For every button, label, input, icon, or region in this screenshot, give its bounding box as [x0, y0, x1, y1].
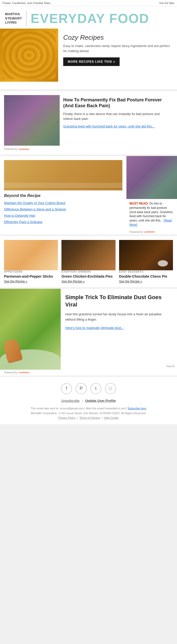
recipe-card-dessert-category: EASY DESSERTS [119, 270, 173, 273]
footer-email-info: This email was sent to: xxxxxx@gmail.com… [31, 407, 127, 410]
more-recipes-button[interactable]: MORE RECIPES LIKE THIS » [63, 57, 120, 66]
ad-posture-image [4, 95, 60, 146]
terms-of-service-link[interactable]: Terms of Service [79, 416, 100, 419]
recipe-card-dessert-image [119, 240, 173, 270]
header-divider [26, 11, 27, 26]
ad-dust-link[interactable]: Here's how to magically eliminate dust..… [65, 326, 172, 330]
beyond-ad-content: MUST READ: Do this to permanently fix ba… [126, 199, 177, 230]
recipe-card-dessert-title: Double-Chocolate Chess Pie [119, 274, 173, 279]
ad-posture-container: How To Permanently Fix Bad Posture Forev… [4, 95, 173, 146]
hero-description: Easy to make, casseroles rarely require … [63, 43, 172, 53]
beyond-powered: Powered by LiveIntent [126, 230, 177, 234]
brand-name: MARTHA STEWART LIVING [5, 12, 22, 25]
recipe-card-dessert: EASY DESSERTS Double-Chocolate Chess Pie… [119, 240, 173, 283]
beyond-liveintent-logo: LiveIntent [144, 231, 155, 233]
beyond-links-list: Maintain the Quality of Your Cutting Boa… [4, 201, 122, 224]
footer-links: Unsubscribe | Update User Profile [4, 399, 173, 403]
recipe-card-dinner-title: Green Chicken-Enchilada Pies [61, 274, 115, 279]
recipe-cards-section: APPETIZERS Parmesan-and-Pepper Sticks Se… [0, 236, 177, 287]
recipe-card-dinner-image [61, 240, 115, 270]
instagram-icon[interactable]: □ [105, 383, 116, 394]
hero-image [0, 29, 58, 82]
ad-dust-image [0, 289, 61, 370]
liveintent-logo: LiveIntent [18, 148, 29, 150]
hero-heading: Cozy Recipes [63, 34, 172, 41]
ad-dust-heading: Simple Trick To Eliminate Dust Goes Vira… [65, 294, 172, 308]
top-bar-left: Potato, Cauliflower, and Cheddar Bake [3, 2, 51, 5]
ad-posture-link[interactable]: Grandma lived with hunched back for year… [63, 124, 154, 128]
social-footer-section: f P t □ Unsubscribe | Update User Profil… [0, 377, 177, 424]
ad-posture-body: Finally, there is a new device that can … [63, 112, 169, 121]
ad-posture-section: How To Permanently Fix Bad Posture Forev… [0, 91, 177, 154]
beyond-link-3[interactable]: How to Detangle Hair [4, 214, 122, 218]
twitter-icon[interactable]: t [90, 383, 101, 394]
update-profile-link[interactable]: Update User Profile [85, 399, 116, 403]
beyond-ad-text: MUST READ: Do this to permanently fix ba… [129, 202, 174, 227]
hero-content: Cozy Recipes Easy to make, casseroles ra… [58, 29, 177, 82]
unsubscribe-link[interactable]: Unsubscribe [61, 399, 79, 403]
recipe-card-appetizer-link[interactable]: See the Recipe » [4, 280, 58, 283]
top-bar-right-link[interactable]: Get the Mac [159, 2, 174, 5]
footer-company-info: Meredith Corporation, 1716 Locust Street… [4, 411, 173, 416]
beyond-right-panel: MUST READ: Do this to permanently fix ba… [126, 156, 177, 234]
recipe-card-appetizer-title: Parmesan-and-Pepper Sticks [4, 274, 58, 279]
beyond-ad-image [126, 156, 177, 199]
site-header: MARTHA STEWART LIVING EVERYDAY FOOD [0, 6, 177, 29]
pinterest-icon[interactable]: P [76, 383, 87, 394]
privacy-policy-link[interactable]: Privacy Policy [58, 416, 75, 419]
footer-info: This email was sent to: xxxxxx@gmail.com… [4, 406, 173, 420]
recipe-card-dinner-category: EVERYDAY DINNERS [61, 270, 115, 273]
social-icons-row: f P t □ [4, 383, 173, 394]
recipe-card-dinner-link[interactable]: See the Recipe » [61, 280, 115, 283]
must-read-label: MUST READ: [129, 202, 148, 205]
beyond-link-1[interactable]: Maintain the Quality of Your Cutting Boa… [4, 201, 122, 205]
ad-dust-body: How this grandma turned her dusty house … [65, 312, 172, 322]
ad-dust-container: Simple Trick To Eliminate Dust Goes Vira… [0, 289, 177, 370]
hero-section: Cozy Recipes Easy to make, casseroles ra… [0, 29, 177, 89]
beyond-left-panel: Beyond the Recipe Maintain the Quality o… [0, 156, 126, 234]
recipe-card-appetizer: APPETIZERS Parmesan-and-Pepper Sticks Se… [4, 240, 58, 283]
dust-liveintent-logo: LiveIntent [18, 371, 29, 374]
recipe-card-appetizer-category: APPETIZERS [4, 270, 58, 273]
cutting-board-image [4, 160, 122, 190]
site-title: EVERYDAY FOOD [31, 12, 149, 25]
top-bar: Potato, Cauliflower, and Cheddar Bake Ge… [0, 0, 177, 6]
beyond-link-4[interactable]: Efficiently Pack a Suitcase [4, 220, 122, 224]
facebook-icon[interactable]: f [61, 383, 72, 394]
ad-dust-content: Simple Trick To Eliminate Dust Goes Vira… [61, 289, 177, 370]
natural-label: Natural [166, 365, 174, 368]
beyond-recipe-section: Beyond the Recipe Maintain the Quality o… [0, 156, 177, 234]
ad-posture-powered: Powered by LiveIntent [4, 148, 173, 150]
ad-dust-powered: Powered by LiveIntent [0, 370, 177, 375]
subscribe-here-link[interactable]: Subscribe here [128, 407, 146, 410]
ad-dust-section: Simple Trick To Eliminate Dust Goes Vira… [0, 289, 177, 375]
recipe-card-dinner: EVERYDAY DINNERS Green Chicken-Enchilada… [61, 240, 115, 283]
beyond-heading: Beyond the Recipe [4, 193, 122, 198]
recipe-card-appetizer-image [4, 240, 58, 270]
beyond-link-2[interactable]: Difference Between a Sieve and a Straine… [4, 207, 122, 212]
recipe-card-dessert-link[interactable]: See the Recipe » [119, 280, 173, 283]
help-center-link[interactable]: Help Center [104, 416, 119, 419]
ad-posture-content: How To Permanently Fix Bad Posture Forev… [60, 95, 173, 146]
ad-posture-heading: How To Permanently Fix Bad Posture Forev… [63, 97, 169, 109]
